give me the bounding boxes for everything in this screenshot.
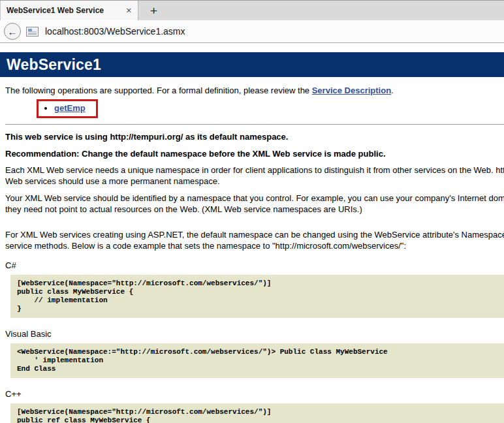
divider: [5, 124, 504, 125]
page-icon: [26, 27, 39, 37]
paragraph-line: Web services should use a more permanent…: [5, 176, 504, 187]
language-label-cpp: C++: [5, 389, 504, 399]
namespace-note: This web service is using http://tempuri…: [5, 132, 504, 142]
paragraph-line: service methods. Below is a code example…: [5, 240, 504, 251]
intro-after: .: [391, 86, 394, 95]
service-description-link[interactable]: Service Description: [312, 86, 391, 95]
intro-text: The following operations are supported. …: [5, 86, 504, 95]
web-service-page: WebService1 The following operations are…: [0, 52, 504, 423]
tab-title: WebService1 Web Service: [7, 6, 121, 15]
paragraph-line: Each XML Web service needs a unique name…: [5, 164, 504, 176]
close-icon[interactable]: ✕: [126, 7, 132, 15]
paragraph-line: they need not point to actual resources …: [5, 204, 504, 215]
paragraph-line: For XML Web services creating using ASP.…: [5, 229, 504, 240]
paragraph-aspnet-attribute: For XML Web services creating using ASP.…: [5, 229, 504, 251]
paragraph-namespace-control: Your XML Web service should be identifie…: [5, 193, 504, 215]
annotation-box-getemp: getEmp: [37, 99, 98, 118]
code-block-cpp: [WebService(Namespace="http://microsoft.…: [10, 403, 504, 423]
new-tab-icon[interactable]: +: [150, 5, 157, 17]
back-icon[interactable]: ←: [4, 23, 21, 40]
paragraph-line: Your XML Web service should be identifie…: [5, 193, 504, 204]
intro-before: The following operations are supported. …: [5, 86, 312, 95]
browser-tab[interactable]: WebService1 Web Service ✕: [0, 1, 138, 20]
language-label-vb: Visual Basic: [5, 329, 504, 339]
tab-bar: WebService1 Web Service ✕ +: [0, 0, 504, 20]
code-block-csharp: [WebService(Namespace="http://microsoft.…: [10, 275, 504, 318]
paragraph-namespace-unique: Each XML Web service needs a unique name…: [5, 164, 504, 187]
page-title: WebService1: [0, 52, 504, 77]
code-block-vb: <WebService(Namespace:="http://microsoft…: [10, 343, 504, 378]
language-label-csharp: C#: [5, 260, 504, 270]
address-bar: ← localhost:8003/WebService1.asmx: [0, 20, 504, 43]
operations-list: getEmp: [37, 99, 504, 118]
operation-item: getEmp: [54, 103, 86, 113]
url-text[interactable]: localhost:8003/WebService1.asmx: [45, 26, 185, 37]
recommendation-note: Recommendation: Change the default names…: [5, 149, 504, 159]
browser-window: WebService1 Web Service ✕ + ← localhost:…: [0, 0, 504, 423]
getemp-link[interactable]: getEmp: [54, 103, 86, 113]
